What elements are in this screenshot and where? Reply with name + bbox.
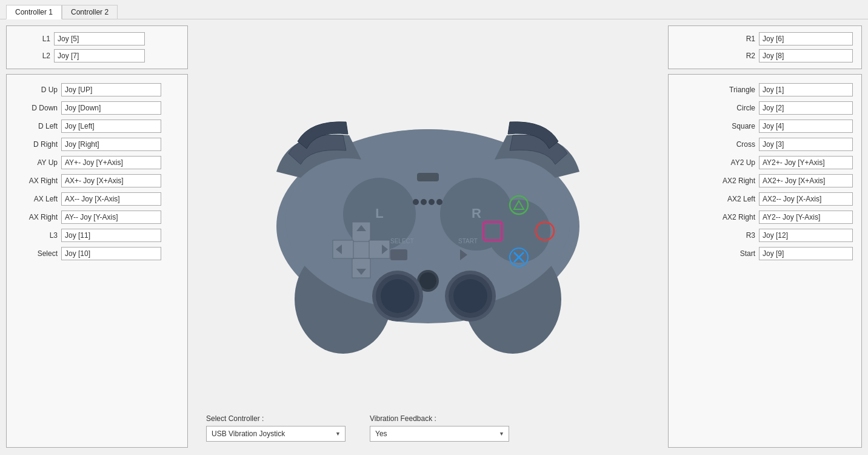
select-controller-label: Select Controller : <box>206 414 346 423</box>
right-field-row-4: AY2 Up <box>677 156 853 169</box>
vibration-feedback-label: Vibration Feedback : <box>370 414 509 423</box>
l2-label: L2 <box>15 52 50 60</box>
right-field-row-1: Circle <box>677 101 853 115</box>
right-field-input-1[interactable] <box>759 101 853 115</box>
right-field-input-7[interactable] <box>759 211 853 224</box>
left-field-input-9[interactable] <box>61 247 161 260</box>
svg-point-22 <box>419 272 436 289</box>
right-field-label-2: Square <box>707 122 755 130</box>
vibration-feedback-group: Vibration Feedback : YesNo <box>370 414 509 442</box>
select-controller-wrapper[interactable]: USB Vibration Joystick <box>206 426 346 442</box>
right-field-label-1: Circle <box>707 104 755 112</box>
left-field-row-9: Select <box>15 247 179 260</box>
svg-text:START: START <box>458 238 478 244</box>
svg-rect-8 <box>352 240 370 258</box>
right-field-row-6: AX2 Left <box>677 192 853 206</box>
right-field-input-8[interactable] <box>759 229 853 242</box>
main-content: L1 L2 D UpD DownD LeftD RightAY UpAX Rig… <box>0 19 868 454</box>
left-field-input-1[interactable] <box>61 101 161 115</box>
r1-input[interactable] <box>759 32 853 46</box>
left-main-box: D UpD DownD LeftD RightAY UpAX RightAX L… <box>6 74 188 448</box>
r1-label: R1 <box>713 35 755 43</box>
r2-label: R2 <box>713 52 755 60</box>
right-field-input-6[interactable] <box>759 192 853 206</box>
left-field-label-1: D Down <box>15 104 58 112</box>
left-field-input-7[interactable] <box>61 211 161 224</box>
r2-input[interactable] <box>759 49 853 62</box>
right-panel: R1 R2 TriangleCircleSquareCrossAY2 UpAX2… <box>668 25 862 448</box>
right-field-row-7: AX2 Right <box>677 211 853 224</box>
svg-rect-11 <box>352 258 370 278</box>
right-main-box: TriangleCircleSquareCrossAY2 UpAX2 Right… <box>668 74 862 448</box>
r2-row: R2 <box>677 49 853 62</box>
right-field-row-2: Square <box>677 120 853 133</box>
left-field-input-8[interactable] <box>61 229 161 242</box>
svg-point-40 <box>436 199 442 205</box>
right-field-input-9[interactable] <box>759 247 853 260</box>
controller-svg: L R <box>240 81 616 354</box>
svg-rect-9 <box>352 222 370 241</box>
svg-point-28 <box>453 279 487 313</box>
right-field-label-8: R3 <box>707 231 755 240</box>
right-field-input-4[interactable] <box>759 156 853 169</box>
left-field-label-4: AY Up <box>15 158 58 167</box>
left-field-label-7: AX Right <box>15 213 58 221</box>
left-field-row-8: L3 <box>15 229 179 242</box>
svg-point-37 <box>413 199 419 205</box>
left-field-input-0[interactable] <box>61 83 161 96</box>
left-field-label-0: D Up <box>15 86 58 94</box>
left-field-row-6: AX Left <box>15 192 179 206</box>
right-field-row-5: AX2 Right <box>677 174 853 187</box>
svg-text:L: L <box>375 206 383 221</box>
svg-text:SELECT: SELECT <box>390 238 414 244</box>
left-field-input-5[interactable] <box>61 174 161 187</box>
svg-rect-41 <box>417 173 439 181</box>
right-field-label-9: Start <box>707 249 755 258</box>
controller-image: L R <box>240 25 616 408</box>
left-field-input-3[interactable] <box>61 138 161 151</box>
tab-controller2[interactable]: Controller 2 <box>62 5 118 19</box>
left-field-input-2[interactable] <box>61 120 161 133</box>
right-shoulder-box: R1 R2 <box>668 25 862 69</box>
right-field-row-8: R3 <box>677 229 853 242</box>
select-controller-select[interactable]: USB Vibration Joystick <box>206 426 346 442</box>
left-field-label-9: Select <box>15 249 58 258</box>
left-field-label-3: D Right <box>15 140 58 149</box>
left-field-row-2: D Left <box>15 120 179 133</box>
tab-controller1[interactable]: Controller 1 <box>6 5 62 19</box>
l1-input[interactable] <box>54 32 145 46</box>
left-field-row-5: AX Right <box>15 174 179 187</box>
left-field-row-7: AX Right <box>15 211 179 224</box>
vibration-feedback-wrapper[interactable]: YesNo <box>370 426 509 442</box>
right-field-label-6: AX2 Left <box>707 195 755 203</box>
svg-point-39 <box>429 199 435 205</box>
vibration-feedback-select[interactable]: YesNo <box>370 426 509 442</box>
right-field-label-7: AX2 Right <box>707 213 755 221</box>
right-field-input-2[interactable] <box>759 120 853 133</box>
bottom-controls: Select Controller : USB Vibration Joysti… <box>194 408 662 448</box>
right-field-label-3: Cross <box>707 140 755 149</box>
right-field-row-3: Cross <box>677 138 853 151</box>
right-field-input-0[interactable] <box>759 83 853 96</box>
left-field-label-5: AX Right <box>15 177 58 185</box>
left-field-row-0: D Up <box>15 83 179 96</box>
left-panel: L1 L2 D UpD DownD LeftD RightAY UpAX Rig… <box>6 25 188 448</box>
right-field-input-3[interactable] <box>759 138 853 151</box>
right-field-input-5[interactable] <box>759 174 853 187</box>
l2-input[interactable] <box>54 49 145 62</box>
svg-rect-17 <box>390 249 407 260</box>
left-field-label-2: D Left <box>15 122 58 130</box>
l2-row: L2 <box>15 49 179 62</box>
svg-point-38 <box>421 199 427 205</box>
svg-point-25 <box>381 279 415 313</box>
right-field-row-9: Start <box>677 247 853 260</box>
left-shoulder-box: L1 L2 <box>6 25 188 69</box>
left-field-row-4: AY Up <box>15 156 179 169</box>
left-field-input-4[interactable] <box>61 156 161 169</box>
left-field-input-6[interactable] <box>61 192 161 206</box>
left-field-row-1: D Down <box>15 101 179 115</box>
r1-row: R1 <box>677 32 853 46</box>
select-controller-group: Select Controller : USB Vibration Joysti… <box>206 414 346 442</box>
right-field-label-4: AY2 Up <box>707 158 755 167</box>
tab-bar: Controller 1 Controller 2 <box>0 0 868 19</box>
